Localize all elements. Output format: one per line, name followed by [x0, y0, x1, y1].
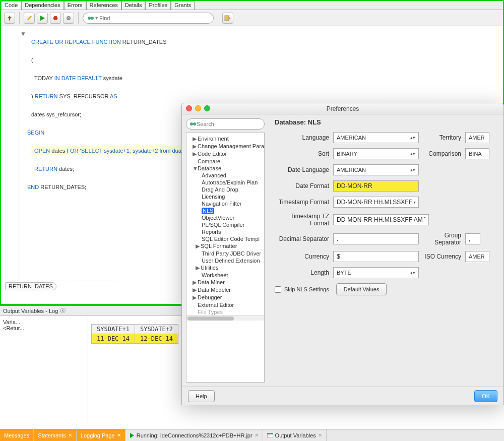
fold-icon[interactable]: ▼ [20, 29, 26, 38]
tree-db-dragdrop[interactable]: Drag And Drop [186, 186, 265, 193]
territory-select[interactable]: AMER [465, 132, 489, 143]
pref-search[interactable] [186, 118, 265, 130]
tree-db-autotrace[interactable]: Autotrace/Explain Plan [186, 179, 265, 186]
list-header: Varia... [3, 319, 85, 325]
tab-dependencies[interactable]: Dependencies [21, 1, 64, 10]
dialog-title: Preferences [327, 105, 359, 112]
binoculars-icon [190, 120, 197, 128]
pin-icon[interactable] [4, 13, 15, 24]
close-icon[interactable]: ✕ [117, 432, 121, 438]
tree-environment[interactable]: ▶Environment [186, 135, 265, 143]
tree-db-sqltempl[interactable]: SQL Editor Code Templ [186, 235, 265, 242]
tree-data-miner[interactable]: ▶Data Miner [186, 279, 265, 286]
run-icon[interactable] [37, 13, 48, 24]
pref-tree[interactable]: ▶Environment ▶Change Management Para ▶Co… [186, 133, 265, 383]
grpsep-input[interactable] [465, 233, 480, 244]
svg-point-4 [91, 17, 94, 20]
result-table: SYSDATE+1 SYSDATE+2 11-DEC-14 12-DEC-14 [91, 324, 178, 344]
tab-messages[interactable]: Messages [0, 429, 34, 441]
close-icon[interactable]: ✕ [68, 432, 72, 438]
tree-ext-editor[interactable]: External Editor [186, 301, 265, 308]
isocur-label: ISO Currency [419, 253, 465, 260]
tab-logging[interactable]: Logging Page✕ [77, 429, 125, 441]
col-header[interactable]: SYSDATE+1 [92, 325, 135, 334]
output-variables-list[interactable]: Varia... <Retur... [0, 316, 88, 423]
length-label: Length [275, 269, 333, 276]
tree-debugger[interactable]: ▶Debugger [186, 294, 265, 301]
tree-scrollbar[interactable] [186, 316, 264, 321]
datelang-select[interactable]: AMERICAN▴▾ [333, 164, 419, 175]
editor-tabs: Code Dependencies Errors References Deta… [1, 1, 503, 10]
close-icon[interactable]: ✕ [318, 432, 322, 438]
tree-db-worksheet[interactable]: Worksheet [186, 272, 265, 279]
tstzfmt-input[interactable] [333, 214, 429, 225]
code-text: CREATE OR REPLACE FUNCTION [31, 39, 121, 45]
tree-change-mgmt[interactable]: ▶Change Management Para [186, 143, 265, 150]
tab-errors[interactable]: Errors [64, 1, 86, 10]
close-icon[interactable]: ✕ [255, 432, 259, 438]
default-values-button[interactable]: Default Values [336, 283, 387, 295]
tree-db-utilities[interactable]: ▶Utilities [186, 264, 265, 272]
close-icon[interactable] [186, 105, 192, 111]
tsfmt-input[interactable] [333, 197, 419, 208]
help-button[interactable]: Help [188, 390, 215, 402]
titlebar[interactable]: Preferences [182, 103, 503, 114]
edit-icon[interactable] [24, 13, 35, 24]
tree-db-licensing[interactable]: Licensing [186, 193, 265, 200]
territory-label: Territory [419, 134, 465, 141]
comparison-select[interactable]: BINA [465, 148, 489, 159]
tab-grants[interactable]: Grants [171, 1, 195, 10]
maximize-icon[interactable] [204, 105, 210, 111]
ok-button[interactable]: OK [474, 390, 497, 402]
tree-db-plsql[interactable]: PL/SQL Compiler [186, 221, 265, 228]
breadcrumb-item[interactable]: RETURN_DATES [5, 282, 56, 290]
wrap-icon[interactable] [222, 13, 233, 24]
tab-code[interactable]: Code [1, 1, 21, 10]
col-header[interactable]: SYSDATE+2 [135, 325, 178, 334]
minimize-icon[interactable] [195, 105, 201, 111]
gutter [1, 26, 19, 281]
tab-details[interactable]: Details [121, 1, 146, 10]
tree-db-sqlfmt[interactable]: ▶SQL Formatter [186, 242, 265, 250]
tree-compare[interactable]: Compare [186, 158, 265, 165]
skip-nls-checkbox[interactable] [275, 286, 281, 293]
gear-icon[interactable] [63, 13, 74, 24]
tree-database[interactable]: ▼Database [186, 165, 265, 172]
binoculars-icon [87, 15, 94, 22]
table-row[interactable]: 11-DEC-14 12-DEC-14 [92, 334, 178, 344]
tree-file-types[interactable]: File Types [186, 308, 265, 316]
debug-icon[interactable] [50, 13, 61, 24]
tree-data-modeler[interactable]: ▶Data Modeler [186, 286, 265, 294]
pref-heading: Database: NLS [275, 118, 498, 126]
svg-point-2 [68, 17, 70, 19]
find-box[interactable]: ▾ [83, 13, 214, 24]
tree-code-editor[interactable]: ▶Code Editor [186, 150, 265, 158]
tab-references[interactable]: References [86, 1, 121, 10]
tab-output-variables[interactable]: Output Variables✕ [263, 429, 327, 441]
find-input[interactable] [99, 15, 209, 21]
datefmt-input[interactable] [333, 180, 419, 192]
sort-select[interactable]: BINARY▴▾ [333, 148, 419, 159]
language-select[interactable]: AMERICAN▴▾ [333, 132, 419, 143]
list-item[interactable]: <Retur... [3, 325, 85, 331]
decsep-input[interactable] [333, 233, 419, 244]
tree-db-userext[interactable]: User Defined Extension [186, 257, 265, 264]
editor-toolbar: ▾ [1, 10, 503, 26]
tab-statements[interactable]: Statements✕ [34, 429, 77, 441]
tree-db-reports[interactable]: Reports [186, 228, 265, 235]
isocur-select[interactable]: AMER [465, 251, 489, 262]
tree-db-navfilter[interactable]: Navigation Filter [186, 200, 265, 207]
tab-profiles[interactable]: Profiles [145, 1, 171, 10]
currency-label: Currency [275, 253, 333, 260]
datelang-label: Date Language [275, 166, 333, 173]
pref-search-input[interactable] [197, 121, 261, 127]
svg-rect-5 [225, 16, 229, 21]
tree-db-nls[interactable]: NLS [186, 207, 265, 214]
tree-db-objviewer[interactable]: ObjectViewer [186, 214, 265, 221]
tab-running[interactable]: Running: IdeConnections%2312c+PDB+HR.jpr… [125, 429, 263, 441]
currency-input[interactable] [333, 251, 419, 262]
tree-db-jdbc[interactable]: Third Party JDBC Driver [186, 250, 265, 257]
length-select[interactable]: BYTE▴▾ [333, 267, 419, 278]
close-icon[interactable]: ⓧ [60, 307, 66, 314]
tree-db-advanced[interactable]: Advanced [186, 172, 265, 179]
